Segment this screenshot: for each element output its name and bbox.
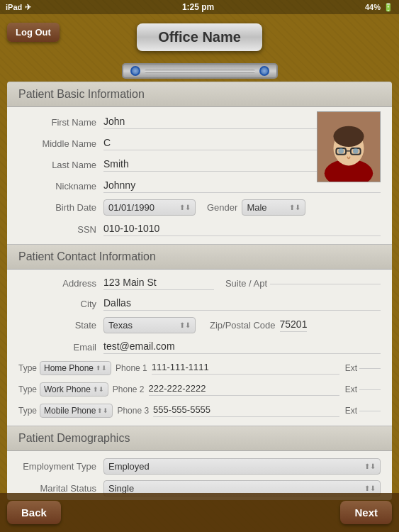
phone-row-1: Type Home Phone ⬆⬇ Phone 1 111-111-1111 … xyxy=(7,358,392,379)
clipboard-clip xyxy=(122,63,278,79)
address-value: 123 Main St xyxy=(103,277,214,290)
ext-value-1 xyxy=(359,368,381,369)
demographics-title: Patient Demographics xyxy=(18,432,130,444)
patient-photo xyxy=(317,111,381,182)
status-bar: iPad ✈ 1:25 pm 44% 🔋 xyxy=(0,0,399,14)
middle-name-label: Middle Name xyxy=(18,138,96,149)
employment-value: Employed xyxy=(108,461,361,472)
status-right: 44% 🔋 xyxy=(365,3,393,12)
phone-number-3: 555-555-5555 xyxy=(153,404,339,417)
address-label: Address xyxy=(18,278,96,289)
phone-type-value-1: Home Phone xyxy=(44,363,94,373)
wifi-icon: ✈ xyxy=(25,3,31,12)
zip-value: 75201 xyxy=(280,318,308,332)
phone-type-select-3[interactable]: Mobile Phone ⬆⬇ xyxy=(40,404,113,418)
top-bar: Log Out Office Name xyxy=(0,14,399,60)
email-label: Email xyxy=(18,342,96,353)
battery-icon: 🔋 xyxy=(383,3,393,12)
phone-type-value-2: Work Phone xyxy=(44,384,91,394)
bottom-bar: Back Next xyxy=(0,493,399,532)
marital-value: Single xyxy=(108,483,361,494)
phone-type-value-3: Mobile Phone xyxy=(44,406,96,416)
phone-type-label-3: Type xyxy=(18,406,40,416)
ext-label-2: Ext xyxy=(345,384,357,394)
marital-arrow-icon: ⬆⬇ xyxy=(364,484,376,492)
ssn-label: SSN xyxy=(18,224,96,235)
last-name-label: Last Name xyxy=(18,160,96,170)
main-content: Patient Basic Information xyxy=(7,82,392,500)
phone-type-arrow-1: ⬆⬇ xyxy=(96,365,107,372)
phone-number-1: 111-111-1111 xyxy=(152,362,339,375)
state-select[interactable]: Texas ⬆⬇ xyxy=(103,317,196,333)
phone-number-2: 222-222-2222 xyxy=(149,383,339,396)
photo-inner xyxy=(317,112,380,182)
employment-row: Employment Type Employed ⬆⬇ xyxy=(7,455,392,477)
phone-type-arrow-3: ⬆⬇ xyxy=(97,407,108,414)
clip-left xyxy=(130,66,140,76)
phone-num-label-1: Phone 1 xyxy=(116,363,147,373)
basic-info-title: Patient Basic Information xyxy=(18,88,145,100)
employment-arrow-icon: ⬆⬇ xyxy=(364,462,376,470)
birth-date-value: 01/01/1990 xyxy=(108,202,176,213)
phone-num-label-3: Phone 3 xyxy=(117,406,149,416)
ext-value-3 xyxy=(359,411,381,411)
employment-label: Employment Type xyxy=(18,461,96,472)
email-value: test@email.com xyxy=(103,340,381,354)
employment-select[interactable]: Employed ⬆⬇ xyxy=(103,458,381,475)
clip-right xyxy=(259,66,269,76)
gender-value: Male xyxy=(247,202,286,213)
email-row: Email test@email.com xyxy=(7,336,392,358)
device-label: iPad xyxy=(6,3,22,11)
state-label: State xyxy=(18,320,96,331)
suite-value xyxy=(270,282,381,284)
phone-type-label-2: Type xyxy=(18,384,40,394)
back-button[interactable]: Back xyxy=(7,501,61,524)
phone-type-select-2[interactable]: Work Phone ⬆⬇ xyxy=(40,382,108,397)
birth-date-arrow-icon: ⬆⬇ xyxy=(179,204,191,211)
battery-label: 44% xyxy=(365,3,381,11)
gender-label: Gender xyxy=(207,202,237,213)
address-row: Address 123 Main St Suite / Apt xyxy=(7,274,392,293)
section-contact-info: Patient Contact Information xyxy=(7,244,392,270)
clip-bar xyxy=(145,70,255,73)
ext-label-3: Ext xyxy=(345,406,357,416)
city-value: Dallas xyxy=(103,297,381,311)
section-basic-info: Patient Basic Information xyxy=(7,82,392,107)
svg-point-5 xyxy=(333,126,364,147)
phone-num-label-2: Phone 2 xyxy=(113,384,145,394)
phone-row-3: Type Mobile Phone ⬆⬇ Phone 3 555-555-555… xyxy=(7,400,392,421)
first-name-label: First Name xyxy=(18,117,96,128)
suite-label: Suite / Apt xyxy=(225,278,267,289)
birth-date-select[interactable]: 01/01/1990 ⬆⬇ xyxy=(103,199,196,216)
ext-value-2 xyxy=(359,389,381,390)
next-button[interactable]: Next xyxy=(340,501,392,524)
phone-row-2: Type Work Phone ⬆⬇ Phone 2 222-222-2222 … xyxy=(7,379,392,400)
patient-photo-svg xyxy=(317,112,380,182)
phone-type-label-1: Type xyxy=(18,363,40,373)
office-name-text: Office Name xyxy=(158,29,241,45)
state-value: Texas xyxy=(108,320,176,331)
status-time: 1:25 pm xyxy=(182,2,214,12)
nickname-label: Nickname xyxy=(18,181,96,192)
contact-info-title: Patient Contact Information xyxy=(18,250,156,262)
state-row: State Texas ⬆⬇ Zip/Postal Code 75201 xyxy=(7,314,392,336)
log-out-button[interactable]: Log Out xyxy=(7,23,60,42)
city-row: City Dallas xyxy=(7,293,392,314)
svg-point-10 xyxy=(353,148,359,154)
phone-type-arrow-2: ⬆⬇ xyxy=(93,386,104,393)
svg-point-9 xyxy=(338,148,344,154)
phone-type-select-1[interactable]: Home Phone ⬆⬇ xyxy=(40,361,111,375)
ssn-row: SSN 010-10-1010 xyxy=(7,218,392,240)
birth-date-label: Birth Date xyxy=(18,202,96,213)
ext-label-1: Ext xyxy=(345,363,357,373)
contact-info-form: Address 123 Main St Suite / Apt City Dal… xyxy=(7,270,392,426)
birth-date-row: Birth Date 01/01/1990 ⬆⬇ Gender Male ⬆⬇ xyxy=(7,196,392,218)
status-left: iPad ✈ xyxy=(6,3,31,12)
city-label: City xyxy=(18,299,96,309)
zip-label: Zip/Postal Code xyxy=(210,320,276,331)
basic-info-form: First Name John Middle Name C Last Name … xyxy=(7,107,392,244)
marital-label: Marital Status xyxy=(18,483,96,494)
gender-select[interactable]: Male ⬆⬇ xyxy=(242,199,305,216)
gender-arrow-icon: ⬆⬇ xyxy=(289,204,300,211)
office-name-container: Office Name xyxy=(137,23,262,51)
